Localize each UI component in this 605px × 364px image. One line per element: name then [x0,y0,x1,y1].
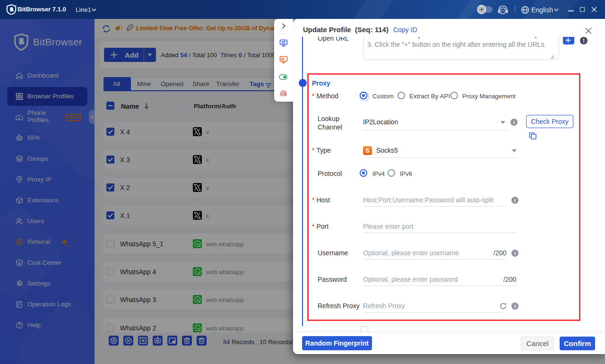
svg-text:IP: IP [281,57,285,61]
